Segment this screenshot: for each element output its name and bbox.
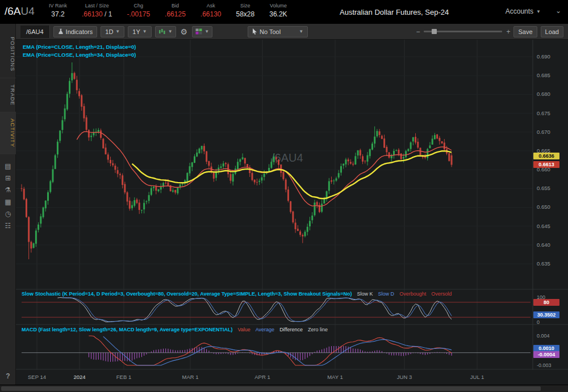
field-label: Ask bbox=[201, 3, 222, 9]
ema-legend: EMA (Price=CLOSE, Length=21, Displace=0)… bbox=[23, 43, 136, 59]
field-label: Chg bbox=[127, 3, 150, 9]
candlestick-chart-icon bbox=[158, 28, 166, 35]
legend-item: Slow D bbox=[378, 291, 395, 297]
scanner-icon[interactable]: ▦ bbox=[0, 198, 16, 206]
time-axis: SEP 142024FEB 1MAR 1APR 1MAY 1JUN 3JUL 1 bbox=[16, 370, 568, 385]
quote-field-chg: Chg-.00175 bbox=[127, 3, 150, 18]
field-value: -.00175 bbox=[127, 10, 150, 18]
chart-area[interactable]: 0.6350.6400.6450.6500.6550.6600.6650.670… bbox=[16, 40, 568, 370]
legend-item: Value bbox=[237, 327, 250, 332]
flask-icon[interactable]: ⚗ bbox=[0, 186, 16, 194]
chart-toolbar: /6AU4 Indicators 1D ▼ 1Y ▼ ▼ ⚙ ▼ No Tool… bbox=[16, 24, 568, 40]
candles-layer bbox=[21, 62, 453, 259]
field-label: Last / Size bbox=[82, 3, 112, 9]
header-fields: IV Rank37.2Last / Size.66130 / 1Chg-.001… bbox=[49, 3, 287, 18]
price-chart-plot[interactable]: 0.6350.6400.6450.6500.6550.6600.6650.670… bbox=[16, 40, 568, 370]
zoom-slider[interactable]: − + bbox=[416, 28, 510, 36]
stochastic-header: Slow Stochastic (K Period=14, D Period=3… bbox=[22, 291, 452, 297]
zoom-in-icon[interactable]: + bbox=[506, 28, 510, 36]
svg-text:0.650: 0.650 bbox=[537, 204, 550, 210]
field-value: .66130 bbox=[201, 10, 222, 18]
field-label: IV Rank bbox=[49, 3, 67, 9]
chevron-down-icon: ▼ bbox=[299, 29, 303, 34]
legend-item: Overbought bbox=[399, 291, 426, 297]
instrument-description: Australian Dollar Futures, Sep-24 bbox=[340, 8, 449, 16]
quote-field-last-size: Last / Size.66130 / 1 bbox=[82, 3, 112, 18]
time-axis-label: JUN 3 bbox=[397, 374, 412, 380]
indicators-button[interactable]: Indicators bbox=[53, 26, 98, 37]
range-dropdown[interactable]: 1Y ▼ bbox=[128, 26, 151, 37]
symbol-root: /6A bbox=[5, 5, 21, 17]
legend-item: Average bbox=[256, 327, 274, 332]
time-axis-label: MAR 1 bbox=[182, 374, 198, 380]
field-value: .66125 bbox=[165, 10, 186, 18]
grid-layout-icon bbox=[195, 28, 202, 35]
left-sidebar: POSITIONSTRADEACTIVITY ▤⊞⚗▦◷☷ ? bbox=[0, 24, 16, 385]
drawing-tool-dropdown[interactable]: No Tool ▼ bbox=[248, 26, 308, 37]
collapse-header-icon[interactable]: ⌄ bbox=[556, 7, 561, 15]
accounts-dropdown[interactable]: Accounts ▼ bbox=[506, 7, 541, 15]
svg-text:0.675: 0.675 bbox=[537, 110, 550, 116]
svg-text:0.645: 0.645 bbox=[537, 223, 550, 229]
chart-type-dropdown[interactable]: ▼ bbox=[155, 26, 176, 37]
timeframe-dropdown[interactable]: 1D ▼ bbox=[101, 26, 124, 37]
price-axis-badge: 0.6636 bbox=[533, 153, 559, 159]
monitor-icon[interactable]: ▤ bbox=[0, 162, 16, 170]
indicators-label: Indicators bbox=[66, 28, 93, 35]
quote-field-iv-rank: IV Rank37.2 bbox=[49, 3, 67, 18]
field-value: 58x28 bbox=[236, 10, 255, 18]
price-axis: 0.6350.6400.6450.6500.6550.6600.6650.670… bbox=[537, 53, 552, 368]
time-axis-label: SEP 14 bbox=[28, 374, 46, 380]
flask-icon bbox=[58, 28, 64, 35]
ema34-legend-label: EMA (Price=CLOSE, Length=34, Displace=0) bbox=[23, 51, 136, 59]
zoom-out-icon[interactable]: − bbox=[416, 28, 420, 36]
help-icon[interactable]: ? bbox=[0, 372, 16, 380]
grid-icon[interactable]: ⊞ bbox=[0, 174, 16, 182]
svg-text:0.655: 0.655 bbox=[537, 185, 550, 191]
horizontal-scrollbar[interactable] bbox=[0, 385, 568, 392]
gear-icon[interactable]: ⚙ bbox=[179, 27, 189, 36]
field-value: .66130 / 1 bbox=[82, 10, 112, 18]
svg-text:0.685: 0.685 bbox=[537, 72, 550, 78]
accounts-label: Accounts bbox=[506, 7, 533, 15]
sidebar-tabs: POSITIONSTRADEACTIVITY bbox=[0, 24, 15, 154]
svg-text:0.004: 0.004 bbox=[537, 333, 550, 339]
field-label: Volume bbox=[269, 3, 287, 9]
time-axis-label: 2024 bbox=[73, 374, 85, 380]
users-icon[interactable]: ☷ bbox=[0, 222, 16, 230]
stochastic-axis-badge: 30.3502 bbox=[533, 311, 559, 318]
macd-panel bbox=[22, 336, 531, 365]
sidebar-tab-activity[interactable]: ACTIVITY bbox=[0, 112, 16, 154]
time-axis-label: FEB 1 bbox=[116, 374, 131, 380]
price-axis-badge: 0.6613 bbox=[533, 161, 559, 168]
field-label: Size bbox=[236, 3, 255, 9]
sidebar-tab-trade[interactable]: TRADE bbox=[0, 78, 16, 112]
svg-text:0.640: 0.640 bbox=[537, 242, 550, 248]
quote-field-size: Size58x28 bbox=[236, 3, 255, 18]
symbol-contract: U4 bbox=[21, 5, 35, 17]
chevron-down-icon: ▼ bbox=[115, 29, 120, 34]
sidebar-icons: ▤⊞⚗▦◷☷ bbox=[0, 162, 15, 230]
time-axis-label: JUL 1 bbox=[470, 374, 484, 380]
cursor-icon bbox=[252, 28, 257, 35]
macd-header: MACD (Fast length=12, Slow length=26, MA… bbox=[22, 327, 328, 332]
zoom-slider-track[interactable] bbox=[424, 31, 502, 32]
save-button[interactable]: Save bbox=[513, 26, 537, 37]
svg-text:0.690: 0.690 bbox=[537, 53, 550, 60]
ema21-line bbox=[77, 132, 452, 206]
stochastic-legend: Slow KSlow DOverboughtOversold bbox=[357, 291, 452, 297]
load-button[interactable]: Load bbox=[541, 26, 563, 37]
quote-header: /6AU4 IV Rank37.2Last / Size.66130 / 1Ch… bbox=[0, 0, 568, 24]
quote-field-bid: Bid.66125 bbox=[165, 3, 186, 18]
clock-icon[interactable]: ◷ bbox=[0, 210, 16, 218]
chart-symbol-tab[interactable]: /6AU4 bbox=[20, 26, 50, 38]
layout-grid-dropdown[interactable]: ▼ bbox=[192, 26, 212, 37]
legend-item: Slow K bbox=[357, 291, 373, 297]
sidebar-tab-positions[interactable]: POSITIONS bbox=[0, 31, 16, 78]
svg-text:0.635: 0.635 bbox=[537, 260, 550, 267]
scrollbar-thumb[interactable] bbox=[1, 386, 541, 391]
field-label: Bid bbox=[165, 3, 186, 9]
svg-text:0.680: 0.680 bbox=[537, 91, 550, 97]
macd-legend: ValueAverageDifferenceZero line bbox=[237, 327, 328, 332]
zoom-slider-thumb[interactable] bbox=[432, 29, 437, 34]
